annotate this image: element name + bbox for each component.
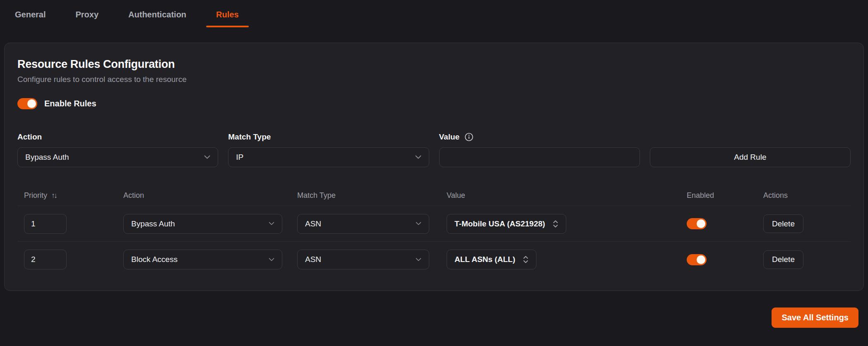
sort-icon[interactable]: ↑↓ [51, 191, 56, 200]
match-type-label: Match Type [228, 132, 429, 142]
chevron-down-icon [204, 155, 210, 159]
match-type-select[interactable]: IP [228, 147, 429, 167]
delete-rule-button[interactable]: Delete [763, 250, 803, 269]
chevron-down-icon [269, 258, 274, 262]
enable-rules-row: Enable Rules [17, 98, 851, 109]
row-enabled-toggle[interactable] [687, 254, 707, 265]
priority-header-label: Priority [24, 191, 47, 200]
enable-rules-toggle[interactable] [17, 98, 37, 109]
tab-authentication[interactable]: Authentication [118, 0, 196, 29]
chevron-down-icon [269, 222, 274, 226]
match-type-select-value: IP [236, 153, 243, 162]
row-value-select[interactable]: ALL ASNs (ALL) [447, 250, 536, 269]
chevrons-up-down-icon [553, 219, 558, 228]
table-row: Block Access ASN ALL ASNs (ALL) [17, 242, 851, 277]
toggle-knob [697, 219, 705, 228]
add-rule-form: Action Bypass Auth Match Type IP Value [17, 132, 851, 167]
value-input-box [439, 147, 640, 167]
row-match-type-select[interactable]: ASN [297, 214, 429, 234]
row-action-select[interactable]: Block Access [123, 250, 282, 269]
priority-input[interactable] [24, 214, 67, 234]
row-value: T-Mobile USA (AS21928) [454, 219, 545, 228]
row-value: ALL ASNs (ALL) [454, 255, 515, 264]
row-action-value: Block Access [131, 255, 178, 264]
toggle-knob [27, 99, 36, 108]
row-action-value: Bypass Auth [131, 219, 175, 228]
settings-tab-bar: General Proxy Authentication Rules [0, 0, 868, 29]
enable-rules-label: Enable Rules [44, 99, 96, 108]
page-subtitle: Configure rules to control access to the… [17, 75, 851, 84]
row-match-type-value: ASN [305, 255, 321, 264]
info-icon[interactable] [464, 132, 474, 142]
tab-proxy[interactable]: Proxy [65, 0, 108, 29]
match-type-field: Match Type IP [228, 132, 429, 167]
row-value-select[interactable]: T-Mobile USA (AS21928) [447, 214, 566, 234]
action-select-value: Bypass Auth [25, 153, 69, 162]
column-header-enabled: Enabled [680, 185, 757, 206]
delete-rule-button[interactable]: Delete [763, 214, 803, 233]
page-title: Resource Rules Configuration [17, 58, 851, 71]
resource-rules-panel: Resource Rules Configuration Configure r… [4, 43, 864, 291]
add-rule-button[interactable]: Add Rule [650, 147, 851, 167]
action-label: Action [17, 132, 218, 142]
column-header-match-type: Match Type [291, 185, 440, 206]
rules-table: Priority ↑↓ Action Match Type Value Enab… [17, 185, 851, 277]
action-field: Action Bypass Auth [17, 132, 218, 167]
chevrons-up-down-icon [523, 255, 529, 264]
row-action-select[interactable]: Bypass Auth [123, 214, 282, 234]
value-field: Value [439, 132, 640, 167]
footer: Save All Settings [0, 308, 868, 328]
value-label: Value [439, 132, 460, 142]
value-input[interactable] [447, 153, 632, 162]
chevron-down-icon [416, 258, 421, 262]
table-row: Bypass Auth ASN T-Mobile USA (AS21928) [17, 206, 851, 242]
chevron-down-icon [416, 222, 421, 226]
tab-general[interactable]: General [5, 0, 55, 29]
column-header-priority: Priority ↑↓ [17, 185, 117, 206]
column-header-action: Action [117, 185, 291, 206]
save-all-settings-button[interactable]: Save All Settings [772, 308, 858, 328]
table-header-row: Priority ↑↓ Action Match Type Value Enab… [17, 185, 851, 206]
tab-rules[interactable]: Rules [206, 0, 248, 29]
toggle-knob [697, 255, 705, 264]
column-header-actions: Actions [757, 185, 851, 206]
column-header-value: Value [440, 185, 680, 206]
row-match-type-value: ASN [305, 219, 321, 228]
chevron-down-icon [415, 155, 421, 159]
priority-input[interactable] [24, 250, 67, 269]
action-select[interactable]: Bypass Auth [17, 147, 218, 167]
row-match-type-select[interactable]: ASN [297, 250, 429, 269]
row-enabled-toggle[interactable] [687, 218, 707, 229]
add-rule-field: Add Rule [650, 132, 851, 167]
